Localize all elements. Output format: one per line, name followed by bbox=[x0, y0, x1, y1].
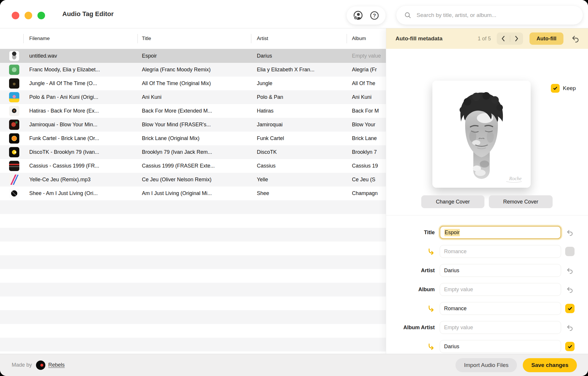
suggestion-checkbox-checked[interactable] bbox=[565, 342, 575, 351]
table-row[interactable]: Polo & Pan - Ani Kuni (Origi...Ani KuniP… bbox=[0, 90, 386, 104]
cell-filename: Shee - Am I Just Living (Ori... bbox=[29, 187, 133, 200]
minimize-window-button[interactable] bbox=[25, 12, 32, 19]
check-icon bbox=[567, 344, 573, 349]
column-divider bbox=[137, 34, 138, 43]
undo-icon bbox=[566, 229, 574, 236]
keep-checkbox[interactable] bbox=[551, 84, 560, 93]
undo-icon bbox=[566, 267, 574, 274]
table-header: Filename Title Artist Album bbox=[0, 28, 386, 49]
metadata-form: TitleEspoirRomanceArtistDariusAlbumEmpty… bbox=[386, 215, 588, 354]
rebels-link[interactable]: Rebels bbox=[48, 362, 65, 368]
field-undo-button[interactable] bbox=[565, 323, 575, 332]
field-placeholder: Empty value bbox=[444, 287, 473, 293]
search-input[interactable] bbox=[416, 12, 580, 19]
next-track-button[interactable] bbox=[512, 32, 522, 45]
table-row[interactable]: Funk Cartel - Brick Lane (Or...Brick Lan… bbox=[0, 132, 386, 145]
column-header-title[interactable]: Title bbox=[142, 28, 151, 49]
column-header-filename[interactable]: Filename bbox=[29, 28, 50, 49]
table-row[interactable]: Shee - Am I Just Living (Ori...Am I Just… bbox=[0, 187, 386, 200]
cell-filename: Hatiras - Back For More (Ex... bbox=[29, 104, 133, 118]
empty-row bbox=[0, 283, 386, 296]
cell-filename: Jamiroquai - Blow Your Min... bbox=[29, 118, 133, 132]
table-row[interactable]: Cassius - Cassius 1999 (FR...Cassius 199… bbox=[0, 159, 386, 173]
table-row[interactable]: Hatiras - Back For More (Ex...Back For M… bbox=[0, 104, 386, 118]
previous-track-button[interactable] bbox=[498, 32, 508, 45]
footer-buttons: Import Audio Files Save changes bbox=[455, 358, 577, 372]
cell-album: Champagn bbox=[352, 187, 386, 200]
main-content: Filename Title Artist Album untitled.wav… bbox=[0, 28, 588, 354]
empty-row bbox=[0, 228, 386, 242]
field-input[interactable]: Empty value bbox=[440, 283, 561, 296]
table-row[interactable]: untitled.wavEspoirDariusEmpty value bbox=[0, 49, 386, 63]
field-action bbox=[561, 323, 579, 332]
field-input[interactable]: Empty value bbox=[440, 321, 561, 334]
cell-title: Espoir bbox=[142, 49, 248, 63]
remove-cover-button[interactable]: Remove Cover bbox=[489, 195, 553, 208]
cell-title: Cassius 1999 (FRASER Exte... bbox=[142, 159, 248, 173]
table-row[interactable]: Yelle-Ce Jeu (Remix).mp3Ce Jeu (Oliver N… bbox=[0, 173, 386, 187]
close-window-button[interactable] bbox=[12, 12, 19, 19]
field-input[interactable]: Romance bbox=[440, 302, 561, 315]
chevron-right-icon bbox=[514, 36, 519, 42]
album-art-cassius-icon bbox=[9, 161, 19, 171]
change-cover-button[interactable]: Change Cover bbox=[421, 195, 484, 208]
sub-arrow-icon bbox=[427, 305, 435, 313]
field-input[interactable]: Darius bbox=[440, 264, 561, 277]
field-input[interactable]: Darius bbox=[440, 340, 561, 353]
cell-artist: Elia y Elizabeth X Fran... bbox=[257, 63, 345, 77]
suggestion-checkbox-unchecked[interactable] bbox=[565, 247, 575, 256]
cell-album: All Of The bbox=[352, 77, 386, 90]
cell-filename: Franc Moody, Elia y Elizabet... bbox=[29, 63, 133, 77]
cover-section: Roche Keep Change Cover Remove Cover bbox=[386, 49, 588, 215]
keep-label: Keep bbox=[563, 85, 576, 92]
cell-filename: Jungle - All Of The Time (O... bbox=[29, 77, 133, 90]
cell-album: Alegría (Fr bbox=[352, 63, 386, 77]
column-divider bbox=[23, 34, 24, 43]
empty-row bbox=[0, 310, 386, 324]
autofill-undo-icon[interactable] bbox=[570, 34, 580, 44]
field-label: Album Artist bbox=[386, 325, 440, 331]
field-undo-button[interactable] bbox=[565, 228, 575, 237]
table-row[interactable]: DiscoTK - Brooklyn 79 (Ivan...Brooklyn 7… bbox=[0, 145, 386, 159]
autofill-header: Auto-fill metadata 1 of 5 Auto-fill bbox=[386, 28, 588, 49]
made-by-label: Made by bbox=[12, 362, 32, 368]
toolbar-icon-group: ? bbox=[347, 6, 386, 25]
field-placeholder: Romance bbox=[444, 249, 467, 255]
autofill-button[interactable]: Auto-fill bbox=[529, 32, 563, 45]
empty-row bbox=[0, 296, 386, 310]
help-icon[interactable]: ? bbox=[369, 10, 380, 21]
field-row-artist: ArtistDarius bbox=[386, 264, 588, 277]
cell-album: Brooklyn 7 bbox=[352, 145, 386, 159]
field-row-suggestion: Romance bbox=[386, 302, 588, 315]
cell-filename: Yelle-Ce Jeu (Remix).mp3 bbox=[29, 173, 133, 187]
save-changes-button[interactable]: Save changes bbox=[523, 358, 577, 372]
zoom-window-button[interactable] bbox=[37, 12, 45, 19]
column-header-album[interactable]: Album bbox=[352, 28, 366, 49]
empty-row bbox=[0, 242, 386, 255]
column-header-artist[interactable]: Artist bbox=[257, 28, 268, 49]
table-row[interactable]: Jamiroquai - Blow Your Min...Blow Your M… bbox=[0, 118, 386, 132]
field-input[interactable]: Romance bbox=[440, 245, 561, 258]
suggestion-checkbox-checked[interactable] bbox=[565, 304, 575, 313]
column-divider bbox=[347, 34, 347, 43]
cell-title: Blow Your Mind (FRASER's... bbox=[142, 118, 248, 132]
cell-title: Brick Lane (Original Mix) bbox=[142, 132, 248, 145]
album-art-hatiras-icon bbox=[9, 106, 19, 116]
cover-face-art: Roche bbox=[432, 81, 531, 188]
field-undo-button[interactable] bbox=[565, 266, 575, 275]
table-row[interactable]: Jungle - All Of The Time (O...All Of The… bbox=[0, 77, 386, 90]
cell-title: Am I Just Living (Original Mi... bbox=[142, 187, 248, 200]
field-action bbox=[561, 247, 579, 256]
table-row[interactable]: Franc Moody, Elia y Elizabet...Alegría (… bbox=[0, 63, 386, 77]
sub-arrow-icon bbox=[427, 248, 435, 256]
field-label: Title bbox=[386, 230, 440, 236]
nav-divider bbox=[510, 35, 510, 42]
rebels-logo-icon bbox=[36, 361, 45, 370]
user-check-icon[interactable] bbox=[353, 10, 363, 21]
field-input[interactable]: Espoir bbox=[440, 226, 561, 239]
album-art-franc-icon bbox=[9, 65, 19, 75]
field-undo-button[interactable] bbox=[565, 285, 575, 294]
empty-row bbox=[0, 200, 386, 214]
import-audio-files-button[interactable]: Import Audio Files bbox=[455, 358, 517, 372]
cell-album: Brick Lane bbox=[352, 132, 386, 145]
